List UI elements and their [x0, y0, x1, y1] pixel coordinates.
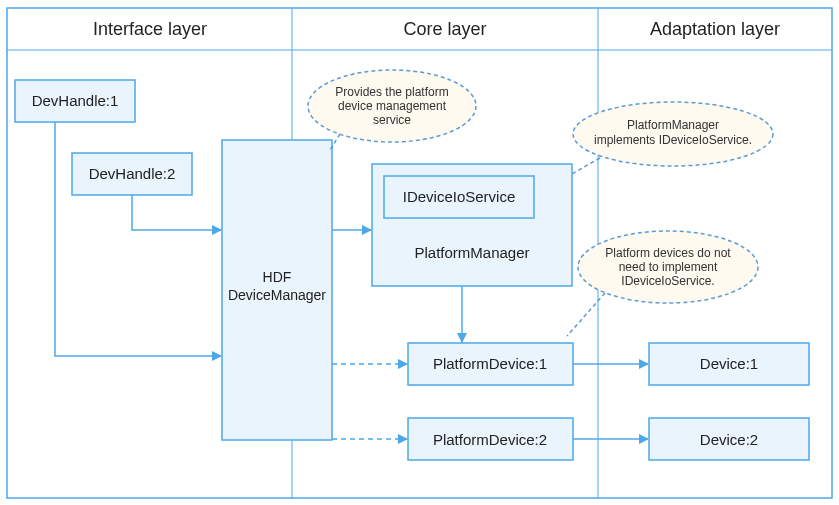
- label-ideviceio: IDeviceIoService: [403, 188, 516, 205]
- diagram-canvas: Interface layer Core layer Adaptation la…: [0, 0, 839, 505]
- label-hdf-l1: HDF: [263, 269, 292, 285]
- callout1-l2: device management: [338, 99, 447, 113]
- callout3-l3: IDeviceIoService.: [621, 274, 714, 288]
- label-devhandle2: DevHandle:2: [89, 165, 176, 182]
- callout2-l1: PlatformManager: [627, 118, 719, 132]
- label-device1: Device:1: [700, 355, 758, 372]
- col-header-adaptation: Adaptation layer: [650, 19, 780, 39]
- label-platform-dev2: PlatformDevice:2: [433, 431, 547, 448]
- col-header-interface: Interface layer: [93, 19, 207, 39]
- label-platform-mgr: PlatformManager: [414, 244, 529, 261]
- callout2-l2: implements IDeviceIoService.: [594, 133, 752, 147]
- label-hdf-l2: DeviceManager: [228, 287, 326, 303]
- arrow-devhandle2-hdf: [132, 195, 221, 230]
- callout3-l1: Platform devices do not: [605, 246, 731, 260]
- label-devhandle1: DevHandle:1: [32, 92, 119, 109]
- callout3-l2: need to implement: [619, 260, 718, 274]
- label-platform-dev1: PlatformDevice:1: [433, 355, 547, 372]
- callout1-l1: Provides the platform: [335, 85, 448, 99]
- col-header-core: Core layer: [403, 19, 486, 39]
- label-device2: Device:2: [700, 431, 758, 448]
- callout1-l3: service: [373, 113, 411, 127]
